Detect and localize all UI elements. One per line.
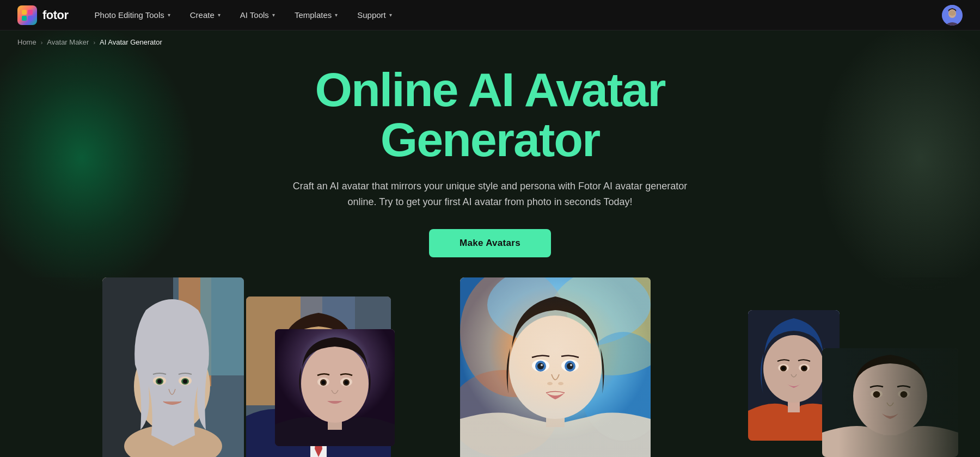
gallery-image-woman-dark	[275, 329, 395, 446]
navbar: fotor Photo Editing Tools ▾ Create ▾ AI …	[0, 0, 980, 30]
svg-rect-61	[460, 277, 651, 457]
gallery-fade-left	[0, 277, 103, 457]
svg-rect-0	[22, 10, 27, 15]
breadcrumb-home[interactable]: Home	[17, 38, 36, 46]
hero-title-line2: Generator	[381, 113, 600, 166]
nav-item-templates[interactable]: Templates ▾	[295, 10, 338, 20]
chevron-down-icon: ▾	[272, 12, 275, 18]
svg-point-6	[949, 10, 955, 16]
nav-item-create[interactable]: Create ▾	[190, 10, 220, 20]
svg-point-79	[901, 391, 908, 398]
hero-title: Online AI Avatar Generator	[17, 65, 963, 165]
hero-subtitle: Craft an AI avatar that mirrors your uni…	[283, 178, 697, 210]
svg-point-41	[322, 381, 326, 385]
logo-text: fotor	[42, 8, 69, 22]
gallery-image-woman-partial	[822, 348, 958, 457]
breadcrumb: Home › Avatar Maker › AI Avatar Generato…	[0, 30, 980, 54]
svg-point-42	[345, 381, 348, 385]
breadcrumb-avatar-maker[interactable]: Avatar Maker	[47, 38, 89, 46]
nav-item-photo-editing-tools[interactable]: Photo Editing Tools ▾	[95, 10, 170, 20]
nav-item-support[interactable]: Support ▾	[357, 10, 392, 20]
logo-icon	[17, 5, 37, 25]
hero-section: Online AI Avatar Generator Craft an AI a…	[0, 54, 980, 274]
svg-rect-1	[28, 10, 33, 15]
nav-item-label: AI Tools	[240, 10, 269, 20]
chevron-down-icon: ▾	[335, 12, 338, 18]
breadcrumb-current: AI Avatar Generator	[100, 38, 162, 46]
nav-item-label: Create	[190, 10, 215, 20]
nav-item-label: Support	[357, 10, 386, 20]
nav-item-ai-tools[interactable]: AI Tools ▾	[240, 10, 275, 20]
svg-point-36	[301, 344, 369, 423]
logo[interactable]: fotor	[17, 5, 69, 25]
gallery-image-woman-painted	[460, 277, 651, 457]
chevron-down-icon: ▾	[389, 12, 392, 18]
breadcrumb-separator: ›	[93, 39, 95, 46]
chevron-down-icon: ▾	[218, 12, 220, 18]
chevron-down-icon: ▾	[168, 12, 170, 18]
svg-point-69	[782, 367, 785, 370]
svg-rect-3	[28, 16, 33, 21]
svg-point-18	[183, 379, 187, 384]
svg-point-78	[873, 391, 880, 398]
nav-item-label: Photo Editing Tools	[95, 10, 164, 20]
hero-title-line1: Online AI Avatar	[315, 63, 665, 116]
breadcrumb-separator: ›	[41, 39, 43, 46]
svg-point-17	[157, 379, 162, 384]
nav-menu: Photo Editing Tools ▾ Create ▾ AI Tools …	[95, 10, 942, 20]
user-avatar[interactable]	[942, 5, 963, 26]
avatar-gallery	[0, 277, 980, 457]
svg-point-64	[763, 335, 824, 403]
nav-item-label: Templates	[295, 10, 332, 20]
make-avatars-button[interactable]: Make Avatars	[429, 229, 551, 257]
svg-point-70	[803, 367, 806, 370]
svg-rect-2	[22, 16, 27, 21]
gallery-image-woman-grey	[102, 277, 244, 457]
main-content: Home › Avatar Maker › AI Avatar Generato…	[0, 0, 980, 457]
